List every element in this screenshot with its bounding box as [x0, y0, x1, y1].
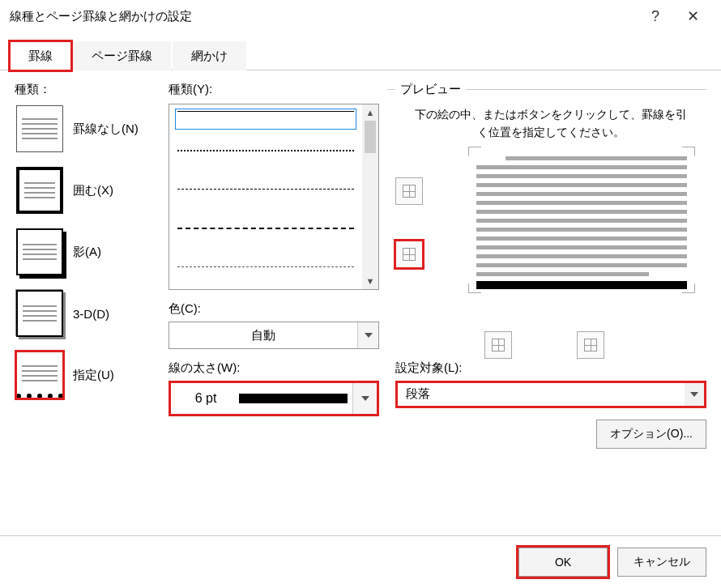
setting-custom[interactable]: 指定(U) [15, 350, 160, 400]
ok-highlight: OK [518, 548, 608, 577]
chevron-down-icon [357, 322, 378, 348]
setting-shadow[interactable]: 影(A) [15, 227, 160, 277]
preview-help-text: 下の絵の中、またはボタンをクリックして、罫線を引く位置を指定してください。 [395, 105, 706, 153]
scroll-down-icon[interactable]: ▼ [362, 273, 378, 289]
scroll-track[interactable] [362, 153, 378, 273]
setting-list: 罫線なし(N) 囲む(X) 影(A) [15, 104, 160, 400]
preview-area [395, 153, 706, 315]
setting-none-label: 罫線なし(N) [73, 121, 139, 137]
close-button[interactable]: ✕ [674, 3, 711, 29]
line-style-solid[interactable] [177, 111, 354, 127]
preview-applied-border [476, 281, 687, 289]
width-sample-icon [239, 394, 348, 403]
tab-borders[interactable]: 罫線 [10, 41, 71, 70]
titlebar: 線種とページ罫線と網かけの設定 ? ✕ [0, 0, 721, 32]
preview-side-buttons [395, 177, 423, 268]
width-value: 6 pt [177, 391, 234, 406]
tab-shading[interactable]: 網かけ [173, 41, 246, 70]
preview-column: プレビュー 下の絵の中、またはボタンをクリックして、罫線を引く位置を指定してくだ… [387, 82, 706, 530]
setting-box-label: 囲む(X) [73, 183, 113, 198]
setting-shadow-icon [16, 228, 63, 275]
color-dropdown[interactable]: 自動 [169, 322, 379, 349]
setting-3d[interactable]: 3-D(D) [15, 288, 160, 339]
line-style-items [169, 104, 362, 289]
setting-box[interactable]: 囲む(X) [15, 165, 160, 215]
line-style-dashed[interactable] [177, 228, 354, 244]
width-dropdown[interactable]: 6 pt [169, 381, 379, 416]
apply-to-label: 設定対象(L): [395, 360, 706, 376]
corner-mark-icon [682, 147, 695, 156]
preview-fieldset: プレビュー 下の絵の中、またはボタンをクリックして、罫線を引く位置を指定してくだ… [387, 82, 706, 457]
chevron-down-icon [685, 383, 704, 406]
help-button[interactable]: ? [637, 3, 674, 29]
line-style-dotted[interactable] [177, 150, 354, 166]
options-row: オプション(O)... [395, 420, 706, 449]
cancel-button[interactable]: キャンセル [617, 548, 706, 577]
style-scrollbar[interactable]: ▲ ▼ [362, 104, 378, 289]
setting-none[interactable]: 罫線なし(N) [15, 104, 160, 154]
style-column: 種類(Y): ▲ ▼ 色(C): 自動 [169, 82, 379, 530]
border-left-button[interactable] [484, 331, 512, 359]
setting-none-icon [16, 105, 63, 152]
color-label: 色(C): [169, 301, 379, 317]
setting-box-icon [16, 167, 63, 214]
style-label: 種類(Y): [169, 82, 379, 97]
width-label: 線の太さ(W): [169, 360, 379, 376]
setting-column: 種類： 罫線なし(N) 囲む(X) [15, 82, 160, 530]
chevron-down-icon [352, 383, 377, 414]
setting-3d-icon [16, 290, 63, 337]
content-area: 種類： 罫線なし(N) 囲む(X) [0, 70, 721, 535]
line-style-list[interactable]: ▲ ▼ [169, 104, 379, 290]
apply-to-value: 段落 [406, 386, 685, 402]
preview-bottom-buttons [484, 331, 604, 359]
setting-custom-icon [16, 352, 63, 398]
line-style-dashed-fine[interactable] [177, 189, 354, 205]
border-icon [584, 339, 597, 352]
apply-to-dropdown[interactable]: 段落 [395, 381, 706, 408]
preview-sample[interactable] [476, 153, 687, 287]
dialog-title: 線種とページ罫線と網かけの設定 [10, 9, 637, 24]
border-icon [492, 339, 505, 352]
color-value: 自動 [169, 328, 357, 343]
border-icon [403, 185, 416, 198]
tab-strip: 罫線 ページ罫線 網かけ [0, 32, 721, 70]
dialog-borders-shading: 線種とページ罫線と網かけの設定 ? ✕ 罫線 ページ罫線 網かけ 種類： 罫線な… [0, 0, 721, 588]
scroll-thumb[interactable] [365, 121, 376, 153]
dialog-footer: OK キャンセル [0, 535, 721, 588]
setting-heading: 種類： [15, 82, 160, 97]
border-top-button[interactable] [395, 177, 423, 205]
tab-page-borders[interactable]: ページ罫線 [73, 41, 171, 70]
options-button[interactable]: オプション(O)... [596, 420, 706, 449]
ok-button[interactable]: OK [518, 548, 608, 577]
line-style-dashed-wide[interactable] [177, 266, 354, 283]
setting-custom-label: 指定(U) [73, 368, 114, 383]
border-right-button[interactable] [577, 331, 604, 359]
preview-text-icon [476, 153, 687, 276]
scroll-up-icon[interactable]: ▲ [362, 104, 378, 121]
border-icon [403, 248, 416, 261]
preview-legend: プレビュー [395, 82, 466, 97]
corner-mark-icon [468, 147, 481, 156]
setting-shadow-label: 影(A) [73, 245, 101, 260]
border-middle-button[interactable] [395, 241, 423, 268]
setting-3d-label: 3-D(D) [73, 307, 109, 321]
